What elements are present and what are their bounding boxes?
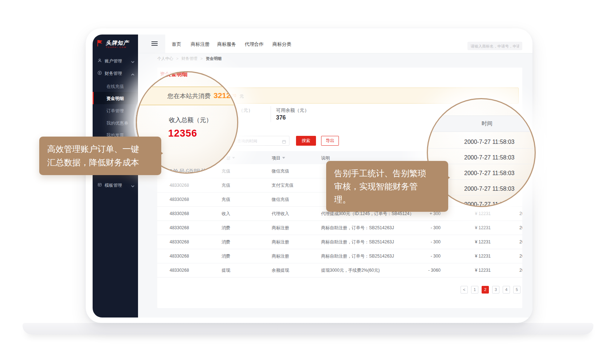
- cell-amount: - 300: [408, 235, 441, 249]
- nav-item-trademark-category[interactable]: 商标分类: [272, 41, 291, 48]
- cell-order: 48330268: [170, 221, 189, 235]
- brand-logo[interactable]: 头牌知产 TOUPAI.COM: [97, 40, 129, 48]
- page: 头牌知产 TOUPAI.COM 账户管理 财务管理: [0, 0, 616, 364]
- callout-left-line-2: 汇总数据，降低财务成本: [47, 156, 153, 169]
- column-header-desc: 说明: [321, 155, 330, 161]
- callout-right-line-1: 告别手工统计、告别繁琐: [334, 167, 440, 180]
- cell-type: 充值: [222, 178, 230, 193]
- cell-time: 2000-7-27 11:58:03: [519, 249, 522, 263]
- cell-time: 2000-7-27 11:58:03: [519, 207, 522, 221]
- cell-type: 提现: [222, 263, 230, 278]
- cell-amount: - 3060: [408, 263, 441, 278]
- lens-time-value: 2000-7-27 11:58:03: [464, 154, 514, 161]
- export-button[interactable]: 导出: [321, 136, 339, 146]
- banner-unit: 元: [239, 93, 244, 100]
- sidebar-item-finance[interactable]: 财务管理: [93, 67, 138, 79]
- breadcrumb-finance[interactable]: 财务管理: [182, 56, 198, 61]
- search-button[interactable]: 搜索: [296, 136, 316, 146]
- cell-order: 48330268: [170, 235, 189, 249]
- lens-banner-text: 您在本站共消费 32124: [167, 91, 235, 100]
- cell-balance: ¥ 12231: [457, 207, 491, 221]
- callout-left-line-1: 高效管理账户订单、一键: [47, 142, 153, 156]
- table-row: 48330268 消费 商标注册 商标自助注册，订单号：SB2514263J -…: [157, 235, 522, 249]
- callout-right-line-2: 审核，实现智能财务管: [334, 180, 440, 193]
- sidebar-item-coupons[interactable]: 我的优惠券: [93, 117, 138, 129]
- brand-caption: TOUPAI.COM: [106, 46, 129, 48]
- sidebar-item-label: 账户管理: [105, 58, 122, 64]
- pagination-prev-button[interactable]: <: [461, 286, 468, 294]
- sidebar-toggle[interactable]: [138, 35, 165, 53]
- nav-item-trademark-service[interactable]: 商标服务: [217, 41, 236, 48]
- lens-income-label: 收入总额（元）: [169, 116, 212, 124]
- stat-divider: [271, 106, 271, 122]
- cell-type: 消费: [222, 235, 230, 249]
- callout-left: 高效管理账户订单、一键 汇总数据，降低财务成本: [39, 137, 161, 175]
- nav-item-home[interactable]: 首页: [172, 41, 181, 48]
- pagination-page-2-active[interactable]: 2: [482, 286, 489, 294]
- cell-project: 微信充值: [272, 164, 289, 178]
- callout-right: 告别手工统计、告别繁琐 审核，实现智能财务管 理。: [326, 161, 448, 212]
- cell-order: 48330268: [170, 263, 189, 278]
- sidebar: 头牌知产 TOUPAI.COM 账户管理 财务管理: [93, 35, 138, 318]
- cell-desc: 提现3000元，手续费2%(60元): [321, 263, 380, 278]
- cell-project: 代理收入: [272, 207, 289, 221]
- cell-project: 商标注册: [272, 249, 289, 263]
- breadcrumb-personal-center[interactable]: 个人中心: [157, 56, 173, 61]
- sidebar-item-label: 财务管理: [105, 70, 122, 77]
- breadcrumb-current: 资金明细: [206, 56, 222, 61]
- stat-balance-value: 376: [276, 114, 286, 121]
- cell-balance: ¥ 12231: [457, 249, 491, 263]
- pagination-page-3[interactable]: 3: [492, 286, 499, 294]
- cell-project: 商标注册: [272, 235, 289, 249]
- lens-banner-prefix: 您在本站共消费: [167, 92, 211, 100]
- pagination-page-5[interactable]: 5: [513, 286, 520, 294]
- pagination-page-4[interactable]: 4: [503, 286, 510, 294]
- cell-type: 收入: [222, 207, 230, 221]
- cell-type: 充值: [222, 193, 230, 207]
- nav-item-trademark-register[interactable]: 商标注册: [191, 41, 210, 48]
- cell-balance: ¥ 12231: [457, 221, 491, 235]
- sidebar-item-label: 模板管理: [105, 182, 122, 189]
- cell-desc: 商标自助注册，订单号：SB2514263J: [321, 235, 394, 249]
- lens-time-header: 时间: [482, 120, 493, 127]
- cell-time: 2000-7-27 11:58:03: [519, 221, 522, 235]
- lens-row-separator: [428, 148, 536, 149]
- brand-name: 头牌知产: [106, 40, 129, 46]
- chevron-down-icon: [131, 59, 134, 64]
- lens-time-value: 2000-7-27 11:58:03: [464, 170, 514, 177]
- hamburger-icon: [151, 41, 158, 47]
- flag-logo-icon: [97, 40, 104, 48]
- cell-desc: 商标自助注册，订单号：SB2514263J: [321, 221, 394, 235]
- cell-amount: - 300: [408, 249, 441, 263]
- nav-item-agent-coop[interactable]: 代理合作: [245, 41, 264, 48]
- breadcrumb-separator: >: [176, 56, 178, 61]
- cell-project: 商标注册: [272, 221, 289, 235]
- search-input[interactable]: [467, 42, 522, 50]
- calendar-icon[interactable]: [282, 139, 286, 145]
- sidebar-item-order-manage[interactable]: 订单管理: [93, 104, 138, 117]
- cell-balance: ¥ 12231: [457, 263, 491, 278]
- sidebar-item-fund-detail[interactable]: 资金明细: [93, 92, 138, 104]
- chevron-up-icon: [131, 72, 134, 77]
- cell-project: 余额提现: [272, 263, 289, 278]
- cell-amount: - 300: [408, 221, 441, 235]
- caret-down-icon: [232, 157, 235, 159]
- pagination: < 1 2 3 4 5: [461, 286, 520, 294]
- sidebar-item-account[interactable]: 账户管理: [93, 54, 138, 67]
- pagination-page-1[interactable]: 1: [471, 286, 478, 294]
- cell-order: 48330268: [170, 207, 189, 221]
- lens-time-value: 2000-7-27 11:58:03: [464, 139, 514, 145]
- laptop-base: [23, 323, 593, 335]
- table-row: 48330268 消费 商标注册 商标自助注册，订单号：SB2514263J -…: [157, 221, 522, 235]
- cell-project: 支付宝充值: [272, 178, 293, 193]
- sidebar-item-online-recharge[interactable]: 在线充值: [93, 80, 138, 92]
- column-header-project[interactable]: 项目: [272, 155, 285, 161]
- sidebar-item-template[interactable]: 模板管理: [93, 179, 138, 191]
- table-row: 48330268 提现 余额提现 提现3000元，手续费2%(60元) - 30…: [157, 263, 522, 278]
- template-icon: [97, 182, 102, 188]
- breadcrumb-separator: >: [200, 56, 203, 61]
- cell-order: 48330268: [170, 193, 189, 207]
- cell-order: 48330268: [170, 178, 189, 193]
- cell-type: 消费: [222, 221, 230, 235]
- callout-right-line-3: 理。: [334, 193, 440, 206]
